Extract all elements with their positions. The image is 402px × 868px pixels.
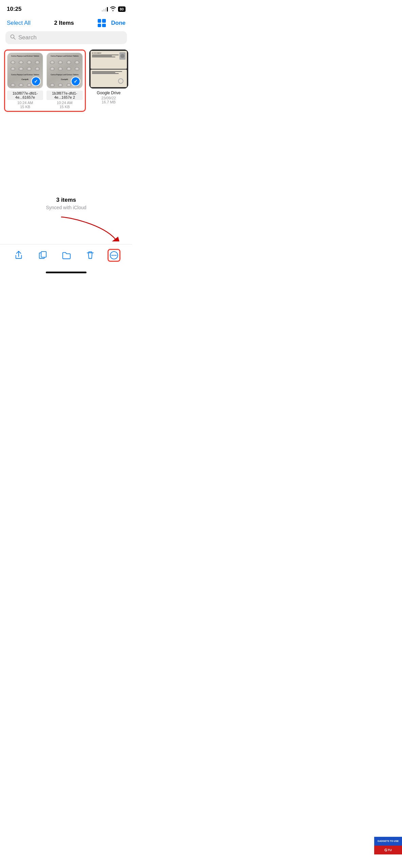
share-button[interactable]: [12, 249, 25, 262]
status-icons: 80: [102, 6, 126, 12]
move-button[interactable]: [60, 249, 73, 262]
more-icon: [109, 251, 119, 260]
copy-icon: [38, 251, 47, 260]
svg-point-7: [113, 255, 115, 256]
file-size: 15 KB: [60, 105, 70, 109]
svg-point-8: [115, 255, 116, 256]
selection-checkmark: [71, 77, 80, 86]
status-time: 10:25: [7, 6, 21, 13]
file-date: 10:24 AM: [57, 101, 72, 105]
svg-marker-2: [112, 237, 119, 241]
signal-icon: [102, 7, 108, 12]
svg-line-1: [14, 38, 16, 40]
delete-button[interactable]: [83, 249, 97, 262]
list-item[interactable]: Carica Papaya Leaf Extract Tablets Caric…: [7, 53, 43, 109]
red-arrow-icon: [0, 214, 132, 244]
svg-rect-4: [41, 252, 46, 257]
file-size: 15 KB: [20, 105, 30, 109]
file-date: 10:24 AM: [17, 101, 33, 105]
copy-button[interactable]: [36, 249, 50, 262]
trash-icon: [85, 251, 95, 260]
select-all-button[interactable]: Select All: [7, 20, 31, 26]
folder-icon: [62, 251, 71, 260]
file-size: 16.7 MB: [102, 100, 116, 104]
status-bar: 10:25 80: [0, 0, 132, 16]
file-grid: Carica Papaya Leaf Extract Tablets Caric…: [0, 50, 132, 112]
file-name: 1b3f877e-dfd1-4e...1657e 2: [46, 91, 82, 100]
empty-space: [0, 119, 132, 186]
navigation-bar: Select All 2 Items Done: [0, 16, 132, 31]
home-indicator: [0, 269, 132, 275]
list-item[interactable]: Carica Papaya Leaf Extract Tablets Caric…: [46, 53, 82, 109]
file-name: 1b3f877e-dfd1-4e...61657e: [7, 91, 43, 100]
file-name: Google Drive: [97, 91, 120, 95]
svg-point-6: [111, 255, 113, 256]
toolbar: [0, 244, 132, 269]
wifi-icon: [110, 6, 116, 12]
arrow-annotation: [0, 214, 132, 244]
search-bar[interactable]: Search: [5, 31, 127, 44]
selection-group: Carica Papaya Leaf Extract Tablets Caric…: [4, 50, 86, 112]
battery-icon: 80: [118, 6, 126, 12]
nav-right-controls: Done: [98, 19, 126, 27]
sync-status: Synced with iCloud: [7, 205, 126, 210]
done-button[interactable]: Done: [111, 20, 126, 26]
file-date: 23/09/22: [101, 96, 116, 100]
item-count: 3 items: [7, 197, 126, 203]
search-icon: [10, 34, 16, 41]
share-icon: [14, 251, 23, 260]
grid-view-button[interactable]: [98, 19, 106, 27]
more-button[interactable]: [108, 249, 120, 262]
file-thumbnail: ID DOCUMENT: [89, 50, 128, 88]
list-item[interactable]: ID DOCUMENT Google Drive 23/09/22 16.: [89, 50, 128, 112]
file-thumbnail: Carica Papaya Leaf Extract Tablets Caric…: [46, 53, 82, 88]
home-bar: [46, 272, 87, 273]
bottom-info: 3 items Synced with iCloud: [0, 186, 132, 214]
search-placeholder: Search: [18, 34, 37, 41]
file-thumbnail: Carica Papaya Leaf Extract Tablets Caric…: [7, 53, 43, 88]
nav-title: 2 Items: [54, 20, 74, 26]
